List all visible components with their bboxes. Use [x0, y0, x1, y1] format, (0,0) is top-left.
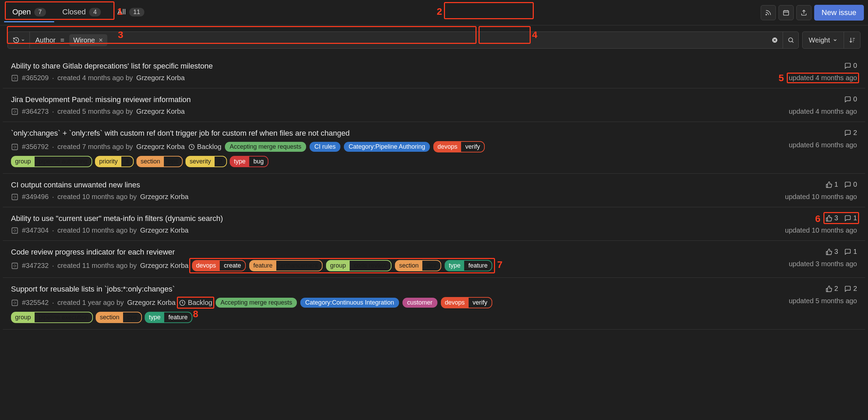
- label[interactable]: Category:Continuous Integration: [300, 298, 399, 308]
- comments-count[interactable]: 0: [844, 181, 857, 188]
- issue-title[interactable]: CI output contains unwanted new lines: [11, 181, 140, 189]
- issue-created: created 10 months ago by: [57, 193, 136, 201]
- issue-title[interactable]: `only:changes` + `only:refs` with custom…: [11, 129, 350, 138]
- issue-ref[interactable]: #325542: [22, 299, 49, 307]
- tab-all[interactable]: All 11: [109, 3, 152, 22]
- header-actions: New issue: [761, 5, 864, 21]
- label-devops[interactable]: devopsverify: [433, 141, 485, 152]
- search-history-button[interactable]: [8, 32, 30, 48]
- issue-author[interactable]: Grzegorz Korba: [136, 108, 185, 115]
- comments-count[interactable]: 0: [844, 62, 857, 70]
- issue-row: Support for reusable lists in `jobs:*:on…: [3, 278, 865, 330]
- issue-ref[interactable]: #347232: [22, 262, 49, 270]
- comments-count[interactable]: 2: [844, 129, 857, 137]
- thumbs-up-count[interactable]: 1: [825, 181, 838, 188]
- label[interactable]: customer: [402, 298, 437, 308]
- tab-open[interactable]: Open 7: [4, 3, 54, 22]
- comments-count[interactable]: 0: [844, 95, 857, 103]
- issue-type-icon: [11, 108, 19, 115]
- search-icon: [787, 37, 794, 44]
- issue-type-icon: [11, 299, 19, 307]
- issue-title[interactable]: Jira Development Panel: missing reviewer…: [11, 95, 191, 104]
- comments-count[interactable]: 1: [844, 248, 857, 256]
- issue-ref[interactable]: #364273: [22, 108, 49, 115]
- issue-ref[interactable]: #349496: [22, 193, 49, 201]
- search-button[interactable]: [783, 32, 798, 48]
- thumbs-up-count[interactable]: 3: [825, 248, 838, 256]
- issue-created: created 1 year ago by: [57, 299, 123, 307]
- filter-value-chip: Wirone: [69, 34, 107, 46]
- issue-title[interactable]: Ability to share Gitlab deprecations' li…: [11, 62, 213, 71]
- issue-stats: 31: [825, 248, 857, 256]
- label-type[interactable]: typefeature: [145, 312, 192, 323]
- tab-all-label: All: [117, 8, 125, 16]
- svg-rect-4: [12, 75, 18, 81]
- label[interactable]: Accepting merge requests: [225, 142, 306, 152]
- tab-open-count: 7: [34, 8, 46, 16]
- issue-author[interactable]: Grzegorz Korba: [140, 262, 189, 270]
- sort-direction-button[interactable]: [844, 32, 860, 48]
- history-icon: [13, 37, 20, 44]
- tab-all-count: 11: [129, 8, 144, 16]
- comments-count[interactable]: 2: [844, 285, 857, 293]
- label-section[interactable]: sectionops: [96, 312, 142, 323]
- issue-stats: 31: [825, 214, 857, 222]
- svg-point-14: [14, 230, 16, 232]
- issue-row: Code review progress indicator for each …: [3, 241, 865, 278]
- chevron-down-icon: [833, 38, 837, 42]
- label-type[interactable]: typefeature: [445, 260, 492, 271]
- issue-title[interactable]: Code review progress indicator for each …: [11, 248, 175, 257]
- filter-token[interactable]: Author = Wirone: [30, 32, 113, 48]
- filter-bar[interactable]: Author = Wirone: [8, 32, 799, 49]
- label-type[interactable]: typebug: [230, 156, 268, 167]
- issue-author[interactable]: Grzegorz Korba: [127, 299, 176, 307]
- issue-created: created 10 months ago by: [57, 226, 136, 234]
- issue-author[interactable]: Grzegorz Korba: [136, 143, 185, 151]
- issue-title[interactable]: Support for reusable lists in `jobs:*:on…: [11, 285, 175, 294]
- label-priority[interactable]: priority4: [95, 156, 134, 167]
- svg-point-9: [14, 146, 16, 148]
- tab-closed-count: 4: [89, 8, 101, 16]
- label[interactable]: Accepting merge requests: [216, 298, 297, 308]
- label-group[interactable]: grouppipeline authoring: [11, 156, 92, 167]
- calendar-button[interactable]: [779, 5, 794, 20]
- label-group[interactable]: grouppipeline execution: [11, 312, 93, 323]
- export-button[interactable]: [796, 5, 811, 20]
- rss-button[interactable]: [761, 5, 776, 20]
- issue-title[interactable]: Ability to use "current user" meta-info …: [11, 214, 223, 223]
- label-severity[interactable]: severity3: [185, 156, 227, 167]
- milestone-link[interactable]: Backlog: [179, 299, 212, 307]
- thumbs-up-count[interactable]: 3: [825, 214, 838, 222]
- issue-stats: 0: [844, 62, 857, 70]
- label[interactable]: CI rules: [310, 142, 340, 152]
- label-section[interactable]: sectionops: [136, 156, 183, 167]
- new-issue-button[interactable]: New issue: [814, 5, 864, 21]
- issue-ref[interactable]: #365209: [22, 74, 49, 82]
- svg-point-16: [14, 265, 16, 267]
- tab-closed[interactable]: Closed 4: [54, 3, 109, 22]
- clear-filter-button[interactable]: [767, 32, 783, 48]
- milestone-link[interactable]: Backlog: [188, 143, 221, 151]
- issue-author[interactable]: Grzegorz Korba: [136, 74, 185, 82]
- tab-closed-label: Closed: [62, 8, 86, 16]
- thumbs-up-count[interactable]: 2: [825, 285, 838, 293]
- svg-point-7: [14, 111, 16, 113]
- label-feature[interactable]: featureenhancement: [249, 260, 323, 271]
- svg-rect-6: [12, 109, 18, 114]
- sort-field-button[interactable]: Weight: [803, 32, 844, 48]
- issue-author[interactable]: Grzegorz Korba: [140, 226, 189, 234]
- label-section[interactable]: sectiondev: [395, 260, 441, 271]
- label-group[interactable]: groupcode review: [326, 260, 391, 271]
- remove-token-button[interactable]: [98, 38, 103, 42]
- svg-point-3: [788, 38, 793, 42]
- issue-ref[interactable]: #356792: [22, 143, 49, 151]
- labels-row-2: grouppipeline execution sectionops typef…: [11, 312, 857, 323]
- label[interactable]: Category:Pipeline Authoring: [344, 142, 430, 152]
- label-devops[interactable]: devopscreate: [192, 260, 246, 271]
- comments-count[interactable]: 1: [844, 214, 857, 222]
- close-icon: [98, 38, 103, 42]
- label-devops[interactable]: devopsverify: [441, 297, 492, 308]
- issue-ref[interactable]: #347304: [22, 226, 49, 234]
- svg-point-5: [14, 77, 16, 79]
- issue-author[interactable]: Grzegorz Korba: [140, 193, 189, 201]
